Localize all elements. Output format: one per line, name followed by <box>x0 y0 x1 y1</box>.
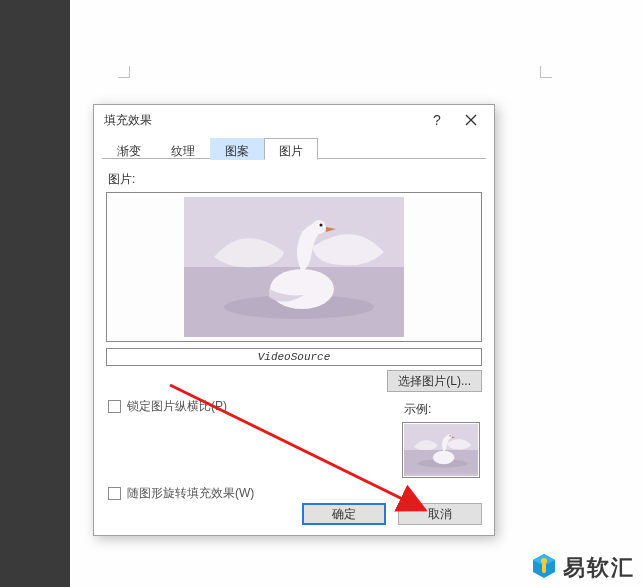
picture-preview-image <box>184 197 404 337</box>
tab-strip: 渐变 纹理 图案 图片 <box>102 137 486 159</box>
ok-button[interactable]: 确定 <box>302 503 386 525</box>
select-picture-button[interactable]: 选择图片(L)... <box>387 370 482 392</box>
fill-effects-dialog: 填充效果 ? 渐变 纹理 图案 图片 图片: <box>93 104 495 536</box>
tab-pattern[interactable]: 图案 <box>210 138 264 160</box>
rotate-with-shape-row[interactable]: 随图形旋转填充效果(W) <box>108 485 480 502</box>
picture-source-name: VideoSource <box>106 348 482 366</box>
page-corner-mark <box>540 58 560 78</box>
picture-preview-box <box>106 192 482 342</box>
close-button[interactable] <box>454 107 488 133</box>
svg-point-10 <box>447 434 452 439</box>
svg-point-9 <box>433 451 455 464</box>
dialog-title: 填充效果 <box>104 112 420 129</box>
tab-gradient[interactable]: 渐变 <box>102 138 156 160</box>
example-preview-image <box>404 424 478 476</box>
svg-point-5 <box>320 224 323 227</box>
svg-point-3 <box>270 269 334 309</box>
lock-aspect-label: 锁定图片纵横比(P) <box>127 398 227 415</box>
rotate-with-shape-label: 随图形旋转填充效果(W) <box>127 485 254 502</box>
help-button[interactable]: ? <box>420 107 454 133</box>
close-icon <box>465 114 477 126</box>
watermark-text: 易软汇 <box>563 553 635 583</box>
watermark: 易软汇 <box>531 553 635 583</box>
lock-aspect-checkbox[interactable] <box>108 400 121 413</box>
tab-texture[interactable]: 纹理 <box>156 138 210 160</box>
app-dark-sidebar <box>0 0 70 587</box>
svg-point-4 <box>312 220 326 234</box>
svg-rect-13 <box>542 563 546 573</box>
example-area: 示例: <box>402 397 480 478</box>
example-label: 示例: <box>404 401 478 418</box>
swan-image-icon <box>404 424 478 476</box>
svg-point-11 <box>450 435 451 436</box>
svg-point-14 <box>541 558 547 564</box>
picture-label: 图片: <box>108 171 480 188</box>
swan-image-icon <box>184 197 404 337</box>
dialog-footer: 确定 取消 <box>302 503 482 525</box>
tab-picture[interactable]: 图片 <box>264 138 318 160</box>
cancel-button[interactable]: 取消 <box>398 503 482 525</box>
watermark-logo-icon <box>531 553 557 583</box>
page-corner-mark <box>110 58 130 78</box>
example-preview-box <box>402 422 480 478</box>
rotate-with-shape-checkbox[interactable] <box>108 487 121 500</box>
dialog-titlebar: 填充效果 ? <box>94 105 494 135</box>
